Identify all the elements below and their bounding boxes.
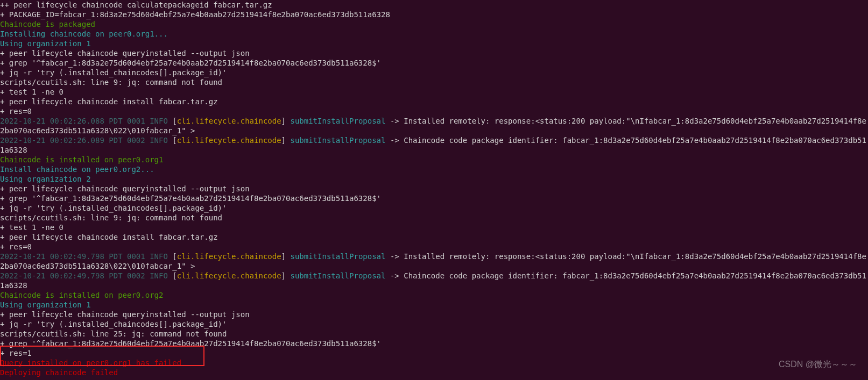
terminal-line: + PACKAGE_ID=fabcar_1:8d3a2e75d60d4ebf25… [0,10,868,19]
terminal-line: Using organization 1 [0,39,868,48]
terminal-line: + peer lifecycle chaincode queryinstalle… [0,48,868,58]
terminal-line: 2022-10-21 00:02:26.089 PDT 0002 INFO [c… [0,135,868,155]
terminal-text: + peer lifecycle chaincode install fabca… [0,233,218,241]
terminal-text: [ [168,252,177,261]
terminal-line: + peer lifecycle chaincode install fabca… [0,232,868,242]
terminal-line: + res=0 [0,106,868,116]
terminal-text: + peer lifecycle chaincode queryinstalle… [0,184,250,193]
terminal-text: + grep '^fabcar_1:8d3a2e75d60d4ebf25a7e4… [0,194,381,203]
terminal-text: 2022-10-21 00:02:26.088 PDT 0001 INFO [0,117,168,125]
terminal-text: Chaincode is installed on peer0.org2 [0,291,163,299]
terminal-line: Query installed on peer0.org1 has failed [0,358,868,368]
terminal-line: + res=0 [0,242,868,252]
terminal-line: + peer lifecycle chaincode queryinstalle… [0,184,868,193]
terminal-line: + peer lifecycle chaincode install fabca… [0,97,868,106]
terminal-line: scripts/ccutils.sh: line 9: jq: command … [0,213,868,223]
terminal-text: cli.lifecycle.chaincode [177,252,281,261]
terminal-line: + res=1 [0,348,868,358]
terminal-text: scripts/ccutils.sh: line 9: jq: command … [0,213,222,222]
terminal-text: cli.lifecycle.chaincode [177,271,281,280]
terminal-text: + res=0 [0,107,32,116]
terminal-text: ++ peer lifecycle chaincode calculatepac… [0,1,272,9]
terminal-output[interactable]: ++ peer lifecycle chaincode calculatepac… [0,0,868,377]
terminal-line: Install chaincode on peer0.org2... [0,164,868,174]
terminal-line: + jq -r 'try (.installed_chaincodes[].pa… [0,68,868,77]
terminal-text: [ [168,117,177,125]
terminal-text: 2022-10-21 00:02:49.798 PDT 0002 INFO [0,271,168,280]
terminal-text: Chaincode is packaged [0,20,95,28]
terminal-text: scripts/ccutils.sh: line 9: jq: command … [0,78,222,87]
terminal-text: Install chaincode on peer0.org2... [0,165,154,174]
terminal-text: Deploying chaincode failed [0,368,118,377]
terminal-line: + test 1 -ne 0 [0,223,868,232]
terminal-text: submitInstallProposal [290,136,385,145]
terminal-text: [ [168,271,177,280]
terminal-text: + peer lifecycle chaincode queryinstalle… [0,49,250,58]
terminal-line: 2022-10-21 00:02:26.088 PDT 0001 INFO [c… [0,116,868,135]
terminal-text: + grep '^fabcar_1:8d3a2e75d60d4ebf25a7e4… [0,339,381,348]
terminal-text: + jq -r 'try (.installed_chaincodes[].pa… [0,320,227,328]
terminal-text: + PACKAGE_ID=fabcar_1:8d3a2e75d60d4ebf25… [0,10,390,19]
terminal-text: scripts/ccutils.sh: line 25: jq: command… [0,329,227,338]
terminal-text: Using organization 1 [0,39,91,48]
terminal-text: ] [281,271,291,280]
terminal-line: Deploying chaincode failed [0,368,868,377]
terminal-line: 2022-10-21 00:02:49.798 PDT 0001 INFO [c… [0,252,868,271]
terminal-line: + grep '^fabcar_1:8d3a2e75d60d4ebf25a7e4… [0,339,868,348]
terminal-text: Using organization 1 [0,300,91,309]
terminal-text: + peer lifecycle chaincode queryinstalle… [0,310,250,319]
terminal-text: ] [281,136,291,145]
terminal-text: submitInstallProposal [290,271,385,280]
terminal-line: Using organization 2 [0,174,868,184]
terminal-text: Chaincode is installed on peer0.org1 [0,155,163,164]
terminal-line: ++ peer lifecycle chaincode calculatepac… [0,0,868,10]
terminal-text: 2022-10-21 00:02:49.798 PDT 0001 INFO [0,252,168,261]
terminal-text: 2022-10-21 00:02:26.089 PDT 0002 INFO [0,136,168,145]
terminal-line: Chaincode is installed on peer0.org1 [0,155,868,164]
terminal-line: + jq -r 'try (.installed_chaincodes[].pa… [0,319,868,329]
terminal-text: ] [281,117,291,125]
terminal-line: + grep '^fabcar_1:8d3a2e75d60d4ebf25a7e4… [0,193,868,203]
terminal-text: + test 1 -ne 0 [0,223,63,232]
terminal-text: submitInstallProposal [290,117,385,125]
terminal-text: + jq -r 'try (.installed_chaincodes[].pa… [0,204,227,212]
terminal-text: + grep '^fabcar_1:8d3a2e75d60d4ebf25a7e4… [0,59,381,67]
terminal-text: cli.lifecycle.chaincode [177,136,281,145]
terminal-line: + peer lifecycle chaincode queryinstalle… [0,310,868,319]
terminal-line: Chaincode is packaged [0,19,868,29]
terminal-text: cli.lifecycle.chaincode [177,117,281,125]
terminal-text: Using organization 2 [0,175,91,183]
terminal-text: + test 1 -ne 0 [0,88,63,96]
terminal-line: + test 1 -ne 0 [0,87,868,97]
terminal-text: Query installed on peer0.org1 has failed [0,359,181,367]
terminal-text: submitInstallProposal [290,252,385,261]
terminal-line: + jq -r 'try (.installed_chaincodes[].pa… [0,203,868,213]
watermark: CSDN @微光～～～ [779,360,857,369]
terminal-text: + res=1 [0,349,32,357]
terminal-line: scripts/ccutils.sh: line 9: jq: command … [0,77,868,87]
terminal-line: + grep '^fabcar_1:8d3a2e75d60d4ebf25a7e4… [0,58,868,68]
terminal-text: [ [168,136,177,145]
terminal-text: ] [281,252,291,261]
terminal-line: Installing chaincode on peer0.org1... [0,29,868,39]
terminal-line: 2022-10-21 00:02:49.798 PDT 0002 INFO [c… [0,271,868,290]
terminal-line: Chaincode is installed on peer0.org2 [0,290,868,300]
terminal-text: Installing chaincode on peer0.org1... [0,30,168,38]
terminal-text: + jq -r 'try (.installed_chaincodes[].pa… [0,68,227,77]
terminal-text: + res=0 [0,242,32,251]
terminal-line: Using organization 1 [0,300,868,310]
terminal-text: + peer lifecycle chaincode install fabca… [0,97,218,106]
terminal-line: scripts/ccutils.sh: line 25: jq: command… [0,329,868,339]
